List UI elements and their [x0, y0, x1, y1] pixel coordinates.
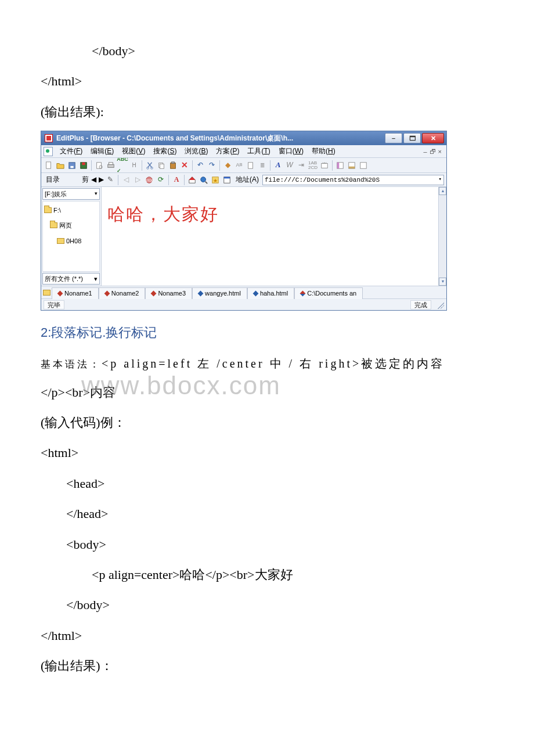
section-heading: 2:段落标记.换行标记 [41, 319, 493, 347]
toolbar-browser: 目录 剪 ◀ ▶ ✎ ◁ ▷ STOP ⟳ A ★ 地址(A) file:///… [41, 173, 446, 187]
input-label: (输入代码)例： [41, 409, 493, 437]
code-line: <p align=center>哈哈</p><br>大家好 [41, 561, 493, 589]
menu-search[interactable]: 搜索(S) [150, 142, 180, 160]
mdi-close[interactable]: × [438, 145, 442, 159]
document-tab[interactable]: haha.html [247, 287, 294, 299]
minimize-button[interactable]: – [385, 133, 402, 143]
browser-icon[interactable] [222, 175, 232, 185]
document-tab[interactable]: Noname3 [145, 287, 192, 299]
address-input[interactable]: file:///C:/Documents%20and%20S ▾ [262, 175, 444, 185]
print-preview-icon[interactable] [94, 160, 104, 171]
svg-rect-21 [360, 162, 367, 168]
app-icon [45, 134, 53, 142]
font-a-icon[interactable]: A [171, 175, 182, 185]
settings-icon[interactable] [319, 160, 330, 171]
menu-tools[interactable]: 工具(T) [244, 142, 273, 160]
sidebar: [F:]娱乐 ▾ F:\ 网页 0H08 所有文件 (*.*) ▾ [41, 187, 102, 286]
sidebar-left-icon[interactable]: ◀ [91, 172, 96, 187]
svg-rect-0 [46, 162, 51, 168]
code-line: </head> [41, 500, 493, 528]
print-icon[interactable] [106, 160, 116, 171]
document-tab[interactable]: C:\Documents an [294, 287, 363, 299]
panel2-icon[interactable] [347, 160, 357, 171]
doc-marker-icon [151, 290, 157, 296]
edit-icon[interactable]: ✎ [105, 175, 116, 185]
mdi-restore[interactable]: 🗗 [430, 145, 436, 159]
stop-icon[interactable]: STOP [144, 175, 154, 185]
forward-icon[interactable]: ▷ [132, 175, 143, 185]
tree-node[interactable]: 0H08 [44, 233, 98, 249]
file-filter[interactable]: 所有文件 (*.*) ▾ [42, 273, 100, 285]
menu-help[interactable]: 帮助(H) [308, 142, 339, 160]
sidebar-right-icon[interactable]: ▶ [99, 172, 104, 187]
mdi-minimize[interactable]: – [423, 145, 427, 159]
ab-icon[interactable]: AB [234, 160, 244, 171]
syntax-line-2: </p><br>内容 [41, 379, 493, 406]
spellcheck-icon[interactable]: ABC✓ [117, 160, 128, 171]
svg-rect-18 [337, 162, 340, 168]
chevron-down-icon: ▾ [95, 188, 98, 200]
tab-folder-icon[interactable] [41, 290, 52, 296]
delete-icon[interactable]: ✕ [179, 160, 190, 171]
svg-point-24 [201, 177, 206, 182]
vertical-scrollbar[interactable]: ▴ ▾ [438, 187, 446, 286]
marker-icon[interactable]: ◆ [222, 160, 233, 171]
indent-icon[interactable]: ⇥ [296, 160, 306, 171]
home-icon[interactable] [187, 175, 197, 185]
menu-edit[interactable]: 编辑(E) [87, 142, 117, 160]
svg-rect-13 [171, 163, 176, 168]
svg-rect-14 [171, 162, 174, 164]
save-color-icon[interactable] [78, 160, 89, 171]
editplus-window: EditPlus - [Browser - C:\Documents and S… [41, 131, 447, 311]
doc-marker-icon [57, 290, 63, 296]
refresh-icon[interactable]: ⟳ [156, 175, 166, 185]
panel3-icon[interactable] [358, 160, 369, 171]
copy-icon[interactable] [156, 160, 167, 171]
numbers-icon[interactable]: 1AB2CD [308, 160, 318, 171]
svg-rect-2 [70, 166, 73, 168]
tree-node[interactable]: 网页 [44, 218, 98, 233]
dropdown-icon[interactable] [44, 147, 53, 156]
dropdown-icon[interactable]: ▾ [436, 174, 442, 186]
list-icon[interactable]: ≣ [257, 160, 268, 171]
svg-text:STOP: STOP [145, 178, 153, 182]
font-color-icon[interactable]: A [273, 160, 283, 171]
tree-node[interactable]: F:\ [44, 203, 98, 218]
browser-content: 哈哈，大家好 ▴ ▾ [102, 187, 446, 286]
document-tab[interactable]: wangye.html [192, 287, 247, 299]
menu-file[interactable]: 文件(F) [56, 142, 86, 160]
undo-icon[interactable]: ↶ [195, 160, 205, 171]
doc-icon[interactable] [246, 160, 256, 171]
new-file-icon[interactable] [44, 160, 54, 171]
code-line: <head> [41, 470, 493, 498]
svg-rect-15 [248, 162, 253, 168]
drive-select[interactable]: [F:]娱乐 ▾ [42, 188, 100, 200]
paste-icon[interactable] [168, 160, 178, 171]
back-icon[interactable]: ◁ [121, 175, 131, 185]
scroll-down-icon[interactable]: ▾ [439, 278, 446, 286]
panel1-icon[interactable] [335, 160, 345, 171]
save-icon[interactable] [67, 160, 77, 171]
output-label-2: (输出结果)： [41, 652, 493, 680]
code-line: </body> [41, 37, 493, 65]
address-label: 地址(A) [233, 172, 261, 187]
word-icon[interactable]: W [284, 160, 295, 171]
search-web-icon[interactable] [199, 175, 209, 185]
cut-icon[interactable] [145, 160, 155, 171]
close-button[interactable]: ✕ [422, 133, 444, 143]
resize-grip-icon[interactable] [436, 301, 444, 309]
doc-marker-icon [252, 290, 258, 296]
folder-tree[interactable]: F:\ 网页 0H08 [42, 201, 100, 272]
hex-icon[interactable]: H [129, 160, 139, 171]
redo-icon[interactable]: ↷ [207, 160, 217, 171]
svg-rect-12 [160, 164, 164, 168]
maximize-button[interactable]: 🗖 [403, 133, 421, 143]
document-tab[interactable]: Noname2 [99, 287, 146, 299]
status-left: 完毕 [44, 300, 64, 309]
open-icon[interactable] [55, 160, 66, 171]
toolbar-main: ABC✓ H ✕ ↶ ↷ ◆ AB ≣ A W ⇥ 1AB2CD [41, 158, 446, 173]
sidebar-clip-button[interactable]: 剪 [82, 172, 89, 187]
scroll-up-icon[interactable]: ▴ [439, 187, 446, 195]
favorites-icon[interactable]: ★ [210, 175, 221, 185]
svg-rect-29 [224, 177, 230, 178]
